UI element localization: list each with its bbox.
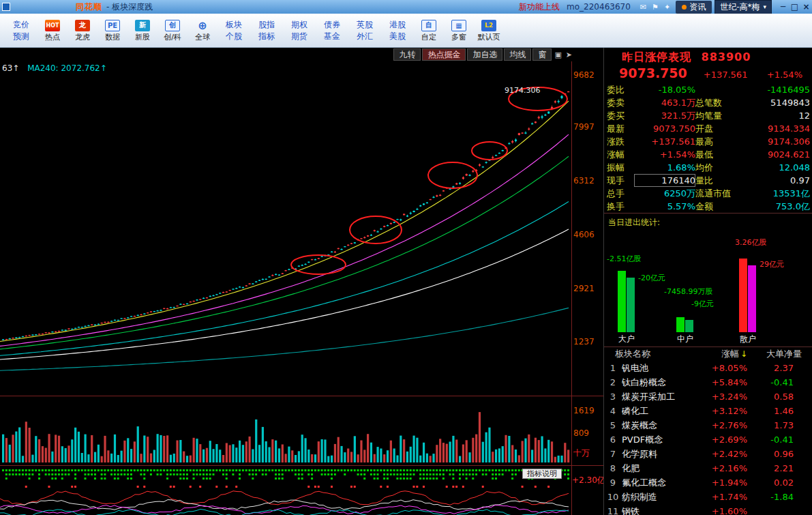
toolbar-bonds-funds-button[interactable]: 债券基金 <box>316 15 348 46</box>
mail-icon[interactable]: ✉ <box>640 3 646 12</box>
flow-shares-label: 3.26亿股 <box>735 238 767 247</box>
toolbar-l2-default-button[interactable]: L2默认页 <box>475 15 503 46</box>
stat-label: 总手 <box>607 187 634 200</box>
stat-label: 现手 <box>607 174 634 187</box>
toolbar-dragon-tiger-button[interactable]: 龙龙虎 <box>68 15 97 46</box>
stat-value: 9073.750 <box>634 122 695 135</box>
window-split-icon[interactable]: ▣ <box>554 50 561 59</box>
toolbar-index-indicator-button[interactable]: 股指指标 <box>251 15 282 46</box>
header-sector-name[interactable]: 板块名称 <box>604 348 702 360</box>
toolbar-sector-stock-button[interactable]: 板块个股 <box>218 15 250 46</box>
username[interactable]: mo_220463670 <box>567 2 631 12</box>
data-pe-icon: PE <box>105 20 120 31</box>
gift-icon[interactable]: ✦ <box>664 3 670 12</box>
toolbar-chuang-ke-button[interactable]: 创创/科 <box>158 15 187 46</box>
sector-name: 煤炭概念 <box>622 420 702 432</box>
toolbar-hk-us-button[interactable]: 港股美股 <box>382 15 413 46</box>
titlebar: 同花顺 - 板块深度践 新功能上线 mo_220463670 ✉ ⚑ ✦ 资讯 … <box>0 0 812 14</box>
indicator-help-button[interactable]: 指标说明 <box>522 469 562 479</box>
candles <box>2 91 569 340</box>
sector-row[interactable]: 6PVDF概念+2.69%-0.41 <box>604 432 812 447</box>
toolbar-global-button[interactable]: ⊕全球 <box>188 15 217 46</box>
stat-value: 753.0亿 <box>740 200 810 213</box>
stat-label: 开盘 <box>695 122 740 135</box>
sector-row[interactable]: 1钒电池+8.05%2.37 <box>604 361 812 375</box>
notification-icon[interactable]: ⚑ <box>652 3 659 12</box>
account-dropdown[interactable]: 世纪-高*梅 ▾ <box>715 0 772 14</box>
maximize-button[interactable]: □ <box>789 2 800 12</box>
sector-row[interactable]: 10纺织制造+1.74%-1.84 <box>604 490 812 504</box>
sector-row[interactable]: 8化肥+2.16%2.21 <box>604 461 812 475</box>
chart-tool-3-button[interactable]: 加自选 <box>467 48 502 61</box>
indicator-pane <box>0 469 569 515</box>
stat-label: 涨跌 <box>607 135 634 148</box>
stat-label: 量比 <box>695 174 740 187</box>
toolbar-uk-forex-button[interactable]: 英股外汇 <box>349 15 380 46</box>
toolbar-data-pe-button[interactable]: PE数据 <box>98 15 127 46</box>
stat-value: +137.561 <box>634 135 695 148</box>
new-feature-link[interactable]: 新功能上线 <box>519 1 560 13</box>
sector-pct: +1.60% <box>702 506 747 515</box>
volume-unit-label: 十万 <box>573 448 590 458</box>
price-axis-tick: 4606 <box>573 230 595 239</box>
toolbar-options-futures-button[interactable]: 期权期货 <box>284 15 315 46</box>
sector-pct: +1.74% <box>702 492 747 502</box>
multi-window-icon: ▦ <box>451 20 466 31</box>
toolbar-new-stock-button[interactable]: 新新股 <box>128 15 157 46</box>
app-icon <box>2 3 10 11</box>
stat-label: 均笔量 <box>695 109 740 122</box>
toolbar-auction-forecast-button[interactable]: 竞价预测 <box>5 15 37 46</box>
collapse-panel-icon[interactable]: ➤ <box>566 50 572 59</box>
sector-row[interactable]: 11钢铁+1.60% <box>604 504 812 515</box>
chart-tool-5-button[interactable]: 窗 <box>532 48 552 61</box>
options-futures-top-label: 期权 <box>291 20 307 29</box>
toolbar-multi-window-button[interactable]: ▦多窗 <box>445 15 473 46</box>
l2-default-label: 默认页 <box>478 33 500 42</box>
news-button-label: 资讯 <box>689 1 706 13</box>
minimize-button[interactable]: ─ <box>777 2 789 12</box>
chart-tool-1-button[interactable]: 九转 <box>393 48 421 61</box>
flow-shares-label: -7458.99万股 <box>664 287 712 296</box>
price-row: 9073.750 +137.561 +1.54% <box>604 65 812 83</box>
sector-row[interactable]: 4磷化工+3.12%1.46 <box>604 404 812 418</box>
price-axis-tick: 2921 <box>573 284 595 293</box>
global-label: 全球 <box>195 33 210 42</box>
header-change-pct[interactable]: 涨幅↓ <box>702 348 747 360</box>
news-button[interactable]: 资讯 <box>676 1 712 14</box>
chuang-ke-label: 创/科 <box>164 33 181 42</box>
flow-bar-shares <box>739 259 747 332</box>
sector-row[interactable]: 5煤炭概念+2.76%1.73 <box>604 418 812 432</box>
main-chart[interactable]: 9682799763124606292112371619809十万+2.30亿9… <box>0 61 603 515</box>
chart-area: 九转热点掘金加自选均线窗▣➤ 63↑ MA240: 2072.762↑ 9682… <box>0 48 603 515</box>
dragon-tiger-icon: 龙 <box>75 20 90 31</box>
sector-name: 钛白粉概念 <box>622 377 702 389</box>
chart-tool-4-button[interactable]: 均线 <box>504 48 531 61</box>
sector-name: 化学原料 <box>622 448 702 460</box>
sector-net: -0.41 <box>747 377 800 387</box>
sector-net: -1.84 <box>747 492 800 502</box>
flow-bar-value <box>748 265 756 332</box>
chart-tool-2-button[interactable]: 热点掘金 <box>422 48 466 61</box>
sector-row[interactable]: 3煤炭开采加工+3.24%0.58 <box>604 389 812 404</box>
quote-code: 883900 <box>702 50 751 63</box>
stat-value: 1.68% <box>634 161 695 174</box>
sector-row[interactable]: 7化学原料+2.42%0.96 <box>604 447 812 461</box>
sector-net: 1.46 <box>747 406 800 416</box>
stat-label: 总笔数 <box>695 96 740 109</box>
flow-bar-shares <box>676 317 685 332</box>
price-axis-tick: 9682 <box>573 70 595 80</box>
close-button[interactable]: × <box>800 2 812 12</box>
dragon-tiger-label: 龙虎 <box>75 33 90 42</box>
toolbar-custom-button[interactable]: 自自定 <box>415 15 443 46</box>
uk-forex-bottom-label: 外汇 <box>357 32 373 40</box>
sector-name: 化肥 <box>622 462 702 475</box>
sector-row[interactable]: 9氟化工概念+1.94%0.02 <box>604 475 812 490</box>
flow-group-label: 中户 <box>677 334 693 344</box>
header-net-volume[interactable]: 大单净量 <box>747 348 807 360</box>
sector-row[interactable]: 2钛白粉概念+5.84%-0.41 <box>604 375 812 389</box>
app-window: 同花顺 - 板块深度践 新功能上线 mo_220463670 ✉ ⚑ ✦ 资讯 … <box>0 0 812 515</box>
account-name: 世纪-高*梅 <box>720 1 760 13</box>
stat-label: 振幅 <box>607 161 634 174</box>
indicator-value-label: +2.30亿 <box>572 475 603 485</box>
toolbar-hot-button[interactable]: HOT热点 <box>38 15 67 46</box>
